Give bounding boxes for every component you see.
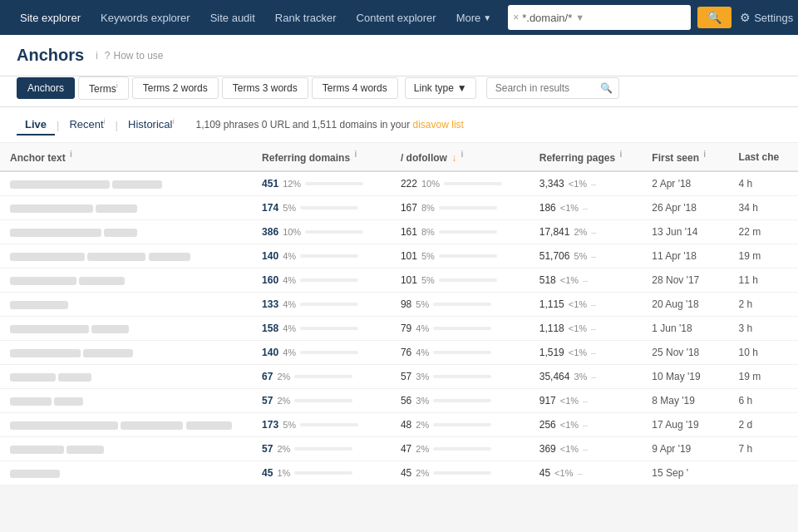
summary-text: 1,109 phrases 0 URL and 1,511 domains in… [195,119,463,131]
anchor-cell-1[interactable] [0,196,252,220]
blurred-anchor-text [87,253,145,261]
search-button[interactable]: 🔍 [697,7,732,28]
table-row: 451 12% 222 10% 3,343 <1% – 2 Apr '184 h [0,171,798,196]
blurred-anchor-text [58,373,91,382]
referring-pages-cell-6: 1,118 <1% – [530,317,643,341]
blurred-anchor-text [104,229,137,237]
last-checked-cell-5: 2 h [729,293,798,317]
referring-domains-cell-7: 140 4% [252,341,391,365]
anchor-cell-10[interactable] [0,413,252,437]
clear-search-icon[interactable]: × [513,12,519,23]
how-to-use-link[interactable]: ? How to use [105,50,164,62]
dofollow-cell-7: 76 4% [391,341,530,365]
last-checked-cell-7: 10 h [729,341,798,365]
blurred-anchor-text [10,470,60,478]
table-header: Anchor text i Referring domains i / dofo… [0,143,798,171]
dofollow-cell-8: 57 3% [391,365,530,389]
table-body: 451 12% 222 10% 3,343 <1% – 2 Apr '184 h… [0,171,798,485]
last-checked-cell-10: 2 d [729,413,798,437]
blurred-anchor-text [10,397,52,406]
tab-terms[interactable]: Termsi [78,76,129,100]
tab-anchors[interactable]: Anchors [17,77,75,99]
anchor-cell-6[interactable] [0,317,252,341]
nav-rank-tracker[interactable]: Rank tracker [265,0,347,35]
first-seen-cell-1: 26 Apr '18 [642,196,728,220]
disavow-list-link[interactable]: disavow list [413,119,464,131]
tab-terms-3-words[interactable]: Terms 3 words [222,77,308,99]
blurred-anchor-text [91,325,129,333]
blurred-anchor-text [10,325,89,333]
tab-terms-4-words[interactable]: Terms 4 words [312,77,398,99]
anchor-cell-7[interactable] [0,341,252,365]
referring-pages-cell-2: 17,841 2% – [530,220,643,244]
dofollow-cell-6: 79 4% [391,317,530,341]
chevron-down-icon: ▼ [457,82,467,94]
view-tab-recent[interactable]: Recenti [61,114,113,135]
anchor-cell-3[interactable] [0,244,252,268]
table-row: 160 4% 101 5% 518 <1% – 28 Nov '1711 h [0,268,798,293]
blurred-anchor-text [149,253,190,261]
dofollow-cell-11: 47 2% [391,437,530,461]
first-seen-cell-9: 8 May '19 [642,389,728,413]
top-navigation: Site explorer Keywords explorer Site aud… [0,0,798,35]
nav-more[interactable]: More ▼ [446,0,502,35]
settings-button[interactable]: ⚙ Settings [740,11,793,24]
table-row: 57 2% 47 2% 369 <1% – 9 Apr '197 h [0,437,798,461]
view-tab-live[interactable]: Live [17,115,55,135]
search-results-input[interactable] [495,82,595,94]
blurred-anchor-text [83,349,133,357]
col-anchor-text: Anchor text i [0,143,252,171]
table-row: 140 4% 101 5% 51,706 5% – 11 Apr '1819 m [0,244,798,268]
referring-domains-cell-10: 173 5% [252,413,391,437]
anchor-cell-8[interactable] [0,365,252,389]
first-seen-cell-3: 11 Apr '18 [642,244,728,268]
view-tab-historical[interactable]: Historicali [120,114,182,135]
link-type-dropdown[interactable]: Link type ▼ [405,77,476,99]
col-first-seen: First seen i [642,143,728,171]
nav-content-explorer[interactable]: Content explorer [347,0,446,35]
dofollow-cell-9: 56 3% [391,389,530,413]
dofollow-cell-0: 222 10% [391,171,530,196]
blurred-anchor-text [10,421,118,430]
dofollow-cell-3: 101 5% [391,244,530,268]
anchor-cell-5[interactable] [0,293,252,317]
table-row: 158 4% 79 4% 1,118 <1% – 1 Jun '183 h [0,317,798,341]
view-tabs-bar: Live | Recenti | Historicali 1,109 phras… [0,107,798,143]
how-to-use-label: How to use [113,50,163,62]
col-last-checked: Last che [729,143,798,171]
anchor-cell-0[interactable] [0,171,252,196]
col-referring-pages: Referring pages i [530,143,643,171]
search-dropdown-arrow[interactable]: ▼ [575,12,584,22]
last-checked-cell-11: 7 h [729,437,798,461]
anchor-cell-2[interactable] [0,220,252,244]
last-checked-cell-12 [729,461,798,485]
last-checked-cell-6: 3 h [729,317,798,341]
first-seen-cell-5: 20 Aug '18 [642,293,728,317]
table-row: 140 4% 76 4% 1,519 <1% – 25 Nov '1810 h [0,341,798,365]
blurred-anchor-text [96,204,137,213]
dofollow-cell-4: 101 5% [391,268,530,293]
nav-keywords-explorer[interactable]: Keywords explorer [91,0,200,35]
dofollow-cell-5: 98 5% [391,293,530,317]
nav-site-explorer[interactable]: Site explorer [10,0,91,35]
dofollow-cell-1: 167 8% [391,196,530,220]
first-seen-cell-2: 13 Jun '14 [642,220,728,244]
anchor-cell-4[interactable] [0,268,252,293]
referring-pages-cell-4: 518 <1% – [530,268,643,293]
table-row: 386 10% 161 8% 17,841 2% – 13 Jun '1422 … [0,220,798,244]
referring-pages-cell-5: 1,115 <1% – [530,293,643,317]
referring-domains-cell-5: 133 4% [252,293,391,317]
blurred-anchor-text [79,277,125,285]
anchor-cell-9[interactable] [0,389,252,413]
tab-terms-2-words[interactable]: Terms 2 words [132,77,219,99]
referring-pages-cell-12: 45 <1% – [530,461,643,485]
blurred-anchor-text [10,349,81,357]
anchor-cell-11[interactable] [0,437,252,461]
blurred-anchor-text [10,301,68,309]
blurred-anchor-text [10,446,64,454]
first-seen-cell-7: 25 Nov '18 [642,341,728,365]
blurred-anchor-text [186,421,232,430]
nav-site-audit[interactable]: Site audit [200,0,265,35]
anchor-cell-12[interactable] [0,461,252,485]
referring-domains-cell-9: 57 2% [252,389,391,413]
